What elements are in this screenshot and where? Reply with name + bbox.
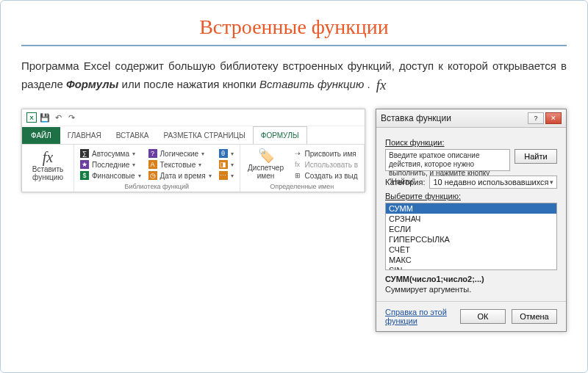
description: Программа Excel содержит большую библиот…: [21, 58, 567, 95]
chevron-down-icon: ▾: [209, 173, 212, 179]
fx-icon: fx: [376, 75, 387, 96]
more-button-1[interactable]: θ▾: [219, 149, 234, 158]
insert-function-label: Вставить функцию: [28, 165, 68, 181]
dialog-body: Поиск функции: Введите краткое описание …: [376, 128, 566, 301]
search-label: Поиск функции:: [385, 138, 557, 147]
group-library-title: Библиотека функций: [80, 183, 234, 190]
use-in-formula-button[interactable]: fxИспользовать в: [293, 160, 358, 169]
undo-icon[interactable]: ↶: [53, 112, 63, 123]
function-description: Суммирует аргументы.: [385, 285, 557, 294]
ok-button[interactable]: ОК: [460, 309, 506, 324]
category-label: Категория:: [385, 178, 425, 186]
list-item[interactable]: СУММ: [386, 203, 556, 214]
save-icon[interactable]: 💾: [40, 112, 50, 123]
function-list[interactable]: СУММ СРЗНАЧ ЕСЛИ ГИПЕРССЫЛКА СЧЁТ МАКС S…: [385, 203, 557, 270]
help-link[interactable]: Справка по этой функции: [385, 308, 460, 325]
logical-button[interactable]: ?Логические ▾: [148, 149, 212, 158]
desc-formulas: Формулы: [66, 78, 118, 90]
name-manager-icon: 🏷️: [258, 149, 274, 164]
redo-icon[interactable]: ↷: [66, 112, 76, 123]
name-manager-button[interactable]: 🏷️ Диспетчер имен: [246, 149, 286, 180]
list-item[interactable]: ГИПЕРССЫЛКА: [386, 234, 556, 245]
fx-icon: fx: [43, 149, 53, 165]
cancel-button[interactable]: Отмена: [512, 309, 557, 324]
use-in-formula-label: Использовать в: [305, 161, 358, 169]
list-item[interactable]: СРЗНАЧ: [386, 214, 556, 224]
desc-tail: .: [367, 78, 373, 90]
chevron-down-icon: ▾: [201, 151, 204, 157]
excel-icon: X: [26, 112, 37, 123]
chevron-down-icon: ▾: [132, 162, 135, 168]
text-button[interactable]: AТекстовые ▾: [148, 160, 212, 169]
dialog-footer: Справка по этой функции ОК Отмена: [376, 301, 566, 331]
more-button-2[interactable]: ◨▾: [219, 160, 234, 169]
recent-label: Последние: [92, 161, 129, 169]
search-input[interactable]: Введите краткое описание действия, котор…: [385, 149, 510, 171]
group-names: 🏷️ Диспетчер имен ⇢Присвоить имя fxИспол…: [240, 145, 365, 192]
dialog-title: Вставка функции: [381, 113, 451, 123]
excel-ribbon: X 💾 ↶ ↷ ФАЙЛ ГЛАВНАЯ ВСТАВКА РАЗМЕТКА СТ…: [21, 109, 365, 192]
define-name-label: Присвоить имя: [305, 150, 356, 158]
create-from-sel-button[interactable]: ⊞Создать из выд: [293, 171, 358, 180]
autosum-button[interactable]: ∑Автосумма ▾: [80, 149, 141, 158]
datetime-button[interactable]: ◷Дата и время ▾: [148, 171, 212, 180]
tab-formulas[interactable]: ФОРМУЛЫ: [253, 126, 307, 144]
dialog-titlebar: Вставка функции ? ✕: [376, 109, 566, 128]
select-function-label: Выберите функцию:: [385, 192, 557, 200]
insert-function-dialog: Вставка функции ? ✕ Поиск функции: Введи…: [376, 109, 567, 332]
list-item[interactable]: ЕСЛИ: [386, 224, 556, 234]
group-names-title: Определенные имен: [246, 183, 358, 190]
desc-insert-fn: Вставить функцию: [259, 78, 364, 90]
chevron-down-icon: ▾: [138, 173, 141, 179]
group-insert-fn: fx Вставить функцию: [22, 145, 74, 192]
panels: X 💾 ↶ ↷ ФАЙЛ ГЛАВНАЯ ВСТАВКА РАЗМЕТКА СТ…: [21, 109, 567, 332]
chevron-down-icon: ▾: [198, 162, 201, 168]
divider: [21, 45, 567, 46]
tab-home[interactable]: ГЛАВНАЯ: [60, 127, 109, 144]
list-item[interactable]: МАКС: [386, 255, 556, 265]
quick-access-toolbar: X 💾 ↶ ↷: [22, 109, 365, 126]
define-name-button[interactable]: ⇢Присвоить имя: [293, 149, 358, 158]
ribbon-tabs: ФАЙЛ ГЛАВНАЯ ВСТАВКА РАЗМЕТКА СТРАНИЦЫ Ф…: [22, 126, 365, 144]
more-button-3[interactable]: ⋯▾: [219, 171, 234, 180]
chevron-down-icon: ▾: [231, 162, 234, 168]
page-title: Встроенные функции: [21, 15, 567, 39]
financial-label: Финансовые: [92, 172, 135, 180]
create-from-sel-label: Создать из выд: [305, 172, 358, 180]
function-signature: СУММ(число1;число2;...): [385, 275, 557, 283]
list-item[interactable]: SIN: [386, 265, 556, 270]
category-select[interactable]: 10 недавно использовавшихся ▾: [429, 175, 557, 189]
text-label: Текстовые: [160, 161, 196, 169]
chevron-down-icon: ▾: [550, 178, 553, 186]
logical-label: Логические: [160, 150, 199, 158]
insert-function-button[interactable]: fx Вставить функцию: [28, 149, 68, 181]
autosum-label: Автосумма: [92, 150, 129, 158]
slide: Встроенные функции Программа Excel содер…: [0, 0, 588, 373]
datetime-label: Дата и время: [160, 172, 206, 180]
name-manager-label: Диспетчер имен: [246, 164, 286, 180]
chevron-down-icon: ▾: [231, 173, 234, 179]
close-icon[interactable]: ✕: [545, 112, 562, 124]
desc-mid: или после нажатия кнопки: [122, 78, 260, 90]
chevron-down-icon: ▾: [231, 151, 234, 157]
help-icon[interactable]: ?: [528, 112, 544, 124]
financial-button[interactable]: $Финансовые ▾: [80, 171, 141, 180]
list-item[interactable]: СЧЁТ: [386, 245, 556, 255]
tab-layout[interactable]: РАЗМЕТКА СТРАНИЦЫ: [157, 127, 253, 144]
group-library: ∑Автосумма ▾ ★Последние ▾ $Финансовые ▾ …: [74, 145, 240, 192]
ribbon-body: fx Вставить функцию ∑Автосумма ▾ ★Послед…: [22, 144, 365, 192]
find-button[interactable]: Найти: [514, 149, 557, 164]
recent-button[interactable]: ★Последние ▾: [80, 160, 141, 169]
category-value: 10 недавно использовавшихся: [433, 178, 548, 186]
tab-insert[interactable]: ВСТАВКА: [109, 127, 157, 144]
chevron-down-icon: ▾: [132, 151, 135, 157]
tab-file[interactable]: ФАЙЛ: [22, 127, 60, 144]
